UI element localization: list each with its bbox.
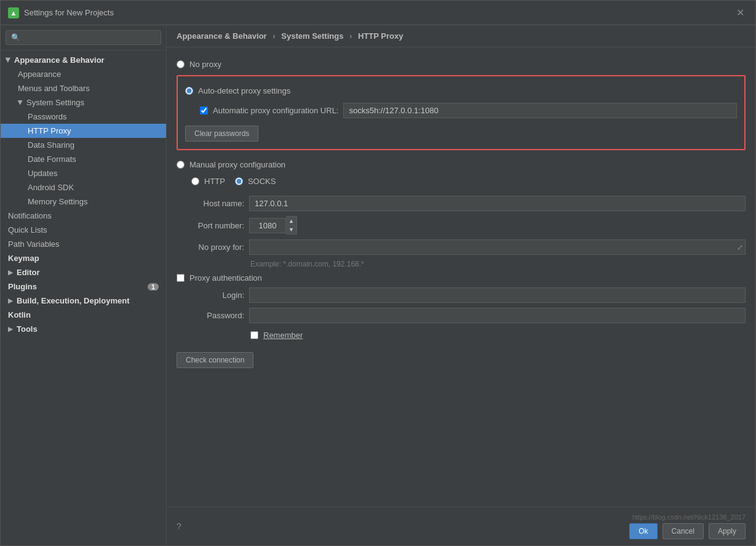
sidebar-label: Editor bbox=[17, 268, 40, 277]
socks-label: SOCKS bbox=[248, 177, 276, 186]
sidebar-item-menus-toolbars[interactable]: Menus and Toolbars bbox=[1, 81, 166, 95]
sidebar-label: Updates bbox=[28, 169, 57, 178]
clear-passwords-button[interactable]: Clear passwords bbox=[185, 126, 258, 142]
expand-icon: ▶ bbox=[8, 326, 13, 332]
proxy-auth-header: Proxy authentication bbox=[177, 273, 746, 283]
port-input[interactable] bbox=[249, 218, 286, 233]
sidebar-item-system-settings[interactable]: ▶ System Settings bbox=[1, 95, 166, 110]
manual-proxy-option[interactable]: Manual proxy configuration bbox=[177, 158, 746, 172]
sidebar-label: Keymap bbox=[8, 254, 39, 263]
expand-no-proxy-button[interactable]: ⤢ bbox=[737, 243, 743, 252]
manual-proxy-radio[interactable] bbox=[177, 161, 185, 169]
port-decrement[interactable]: ▼ bbox=[286, 225, 296, 234]
example-text: Example: *.domain.com, 192.168.* bbox=[250, 260, 746, 268]
proxy-auth-checkbox[interactable] bbox=[177, 274, 185, 282]
proxy-url-input[interactable] bbox=[343, 103, 737, 118]
sidebar-label: Quick Lists bbox=[8, 225, 47, 235]
hostname-input[interactable] bbox=[249, 196, 746, 211]
sidebar-item-memory-settings[interactable]: Memory Settings bbox=[1, 195, 166, 209]
no-proxy-field-wrap: ⤢ bbox=[249, 239, 746, 255]
app-icon: ▲ bbox=[8, 7, 19, 18]
remember-option[interactable]: Remember bbox=[250, 328, 746, 342]
sidebar-item-passwords[interactable]: Passwords bbox=[1, 110, 166, 124]
sidebar-item-data-sharing[interactable]: Data Sharing bbox=[1, 138, 166, 152]
proxy-url-row: Automatic proxy configuration URL: bbox=[200, 103, 737, 118]
sidebar-item-keymap[interactable]: Keymap bbox=[1, 251, 166, 265]
sidebar-item-build-exec-deploy[interactable]: ▶ Build, Execution, Deployment bbox=[1, 294, 166, 308]
sidebar-item-editor[interactable]: ▶ Editor bbox=[1, 265, 166, 279]
auto-detect-section: Auto-detect proxy settings Automatic pro… bbox=[177, 75, 746, 150]
sidebar-label: Tools bbox=[17, 324, 38, 334]
sidebar-label: Menus and Toolbars bbox=[18, 84, 90, 93]
breadcrumb-part1: Appearance & Behavior bbox=[177, 31, 267, 41]
breadcrumb-part3: HTTP Proxy bbox=[358, 31, 403, 41]
search-box bbox=[1, 25, 166, 50]
settings-window: ▲ Settings for New Projects ✕ ▶ Appearan… bbox=[0, 0, 756, 546]
titlebar-left: ▲ Settings for New Projects bbox=[8, 7, 114, 18]
cancel-button[interactable]: Cancel bbox=[662, 523, 704, 539]
password-label: Password: bbox=[177, 311, 244, 320]
sidebar-item-notifications[interactable]: Notifications bbox=[1, 209, 166, 223]
expand-icon: ▶ bbox=[8, 297, 13, 304]
footer-url: https://blog.csdn.net/Nick12138_2017 bbox=[632, 513, 746, 521]
auto-detect-option[interactable]: Auto-detect proxy settings bbox=[185, 84, 737, 98]
main-panel: Appearance & Behavior › System Settings … bbox=[167, 25, 755, 545]
settings-panel: No proxy Auto-detect proxy settings Auto… bbox=[167, 47, 755, 507]
sidebar-item-date-formats[interactable]: Date Formats bbox=[1, 152, 166, 166]
sidebar-label: Android SDK bbox=[28, 183, 74, 192]
proxy-auth-label: Proxy authentication bbox=[189, 273, 262, 283]
password-row: Password: bbox=[177, 308, 746, 323]
http-radio[interactable] bbox=[191, 177, 199, 185]
sidebar-label: Notifications bbox=[8, 211, 52, 220]
help-button[interactable]: ? bbox=[177, 521, 181, 531]
sidebar-label: Path Variables bbox=[8, 239, 60, 249]
sidebar-item-quick-lists[interactable]: Quick Lists bbox=[1, 223, 166, 237]
password-input[interactable] bbox=[249, 308, 746, 323]
no-proxy-option[interactable]: No proxy bbox=[177, 57, 746, 71]
sidebar-item-android-sdk[interactable]: Android SDK bbox=[1, 180, 166, 195]
sidebar-items: ▶ Appearance & Behavior Appearance Menus… bbox=[1, 50, 166, 545]
footer: ? https://blog.csdn.net/Nick12138_2017 O… bbox=[167, 507, 755, 545]
content-area: ▶ Appearance & Behavior Appearance Menus… bbox=[1, 25, 755, 545]
sidebar-label: Build, Execution, Deployment bbox=[17, 296, 129, 305]
sidebar-label: Data Sharing bbox=[28, 140, 74, 150]
proxy-auth-section: Proxy authentication Login: Password: bbox=[177, 273, 746, 342]
sidebar-item-updates[interactable]: Updates bbox=[1, 166, 166, 180]
login-input[interactable] bbox=[249, 287, 746, 303]
breadcrumb: Appearance & Behavior › System Settings … bbox=[167, 25, 755, 47]
sidebar-item-plugins[interactable]: Plugins 1 bbox=[1, 279, 166, 294]
ok-button[interactable]: Ok bbox=[629, 523, 657, 539]
socks-radio[interactable] bbox=[235, 177, 243, 185]
expand-icon: ▶ bbox=[5, 58, 12, 63]
apply-button[interactable]: Apply bbox=[709, 523, 746, 539]
search-input[interactable] bbox=[6, 30, 161, 45]
sidebar-item-path-variables[interactable]: Path Variables bbox=[1, 237, 166, 251]
port-increment[interactable]: ▲ bbox=[286, 217, 296, 225]
socks-option[interactable]: SOCKS bbox=[235, 174, 276, 188]
sidebar-item-tools[interactable]: ▶ Tools bbox=[1, 322, 166, 336]
sidebar-label: Memory Settings bbox=[28, 197, 88, 206]
sidebar-item-appearance[interactable]: Appearance bbox=[1, 67, 166, 81]
no-proxy-for-row: No proxy for: ⤢ bbox=[177, 239, 746, 255]
no-proxy-label: No proxy bbox=[189, 60, 221, 69]
port-spinners: ▲ ▼ bbox=[286, 216, 297, 235]
close-button[interactable]: ✕ bbox=[733, 6, 748, 20]
sidebar-label: System Settings bbox=[26, 98, 84, 107]
http-option[interactable]: HTTP bbox=[191, 174, 225, 188]
check-connection-button[interactable]: Check connection bbox=[177, 352, 253, 368]
no-proxy-for-input[interactable] bbox=[249, 239, 746, 255]
auto-config-checkbox[interactable] bbox=[200, 106, 208, 114]
no-proxy-radio[interactable] bbox=[177, 60, 185, 68]
expand-icon: ▶ bbox=[17, 100, 24, 105]
remember-label: Remember bbox=[263, 331, 303, 340]
remember-checkbox[interactable] bbox=[250, 331, 258, 339]
hostname-label: Host name: bbox=[177, 199, 244, 208]
protocol-row: HTTP SOCKS bbox=[191, 174, 746, 188]
auto-detect-radio[interactable] bbox=[185, 87, 193, 95]
sidebar-item-http-proxy[interactable]: HTTP Proxy bbox=[1, 124, 166, 138]
sidebar-item-kotlin[interactable]: Kotlin bbox=[1, 308, 166, 322]
auto-detect-label: Auto-detect proxy settings bbox=[198, 86, 290, 95]
sidebar-item-appearance-behavior[interactable]: ▶ Appearance & Behavior bbox=[1, 53, 166, 67]
port-input-wrap: ▲ ▼ bbox=[249, 216, 297, 235]
login-label: Login: bbox=[177, 291, 244, 300]
